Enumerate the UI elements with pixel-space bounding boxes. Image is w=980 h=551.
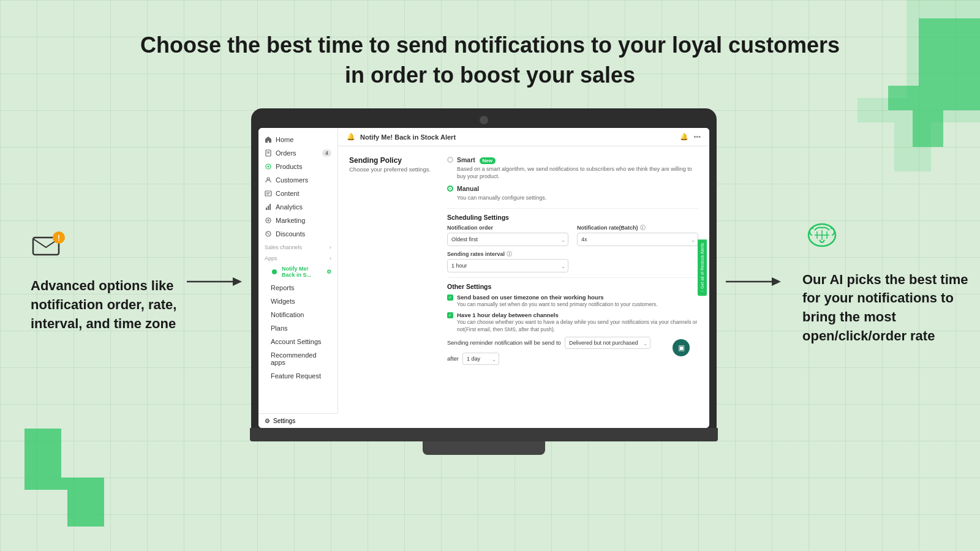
notif-order-group: Notification order Oldest first bbox=[447, 225, 568, 246]
reminder-after-row: after 1 day bbox=[447, 353, 698, 365]
laptop-stand bbox=[423, 441, 545, 455]
two-col-layout: Sending Policy Choose your preferred set… bbox=[349, 156, 698, 364]
sidebar-item-notify[interactable]: Notify Me! Back in S... ⚙ bbox=[258, 263, 337, 281]
laptop-container: Home Orders 4 Products bbox=[251, 108, 717, 455]
sidebar-item-account-settings[interactable]: Account Settings bbox=[258, 335, 337, 348]
reminder-row: Sending reminder notification will be se… bbox=[447, 337, 698, 349]
app-sidebar: Home Orders 4 Products bbox=[258, 128, 338, 428]
sending-interval-row: Sending rates interval i 1 hour bbox=[447, 251, 698, 272]
svg-point-10 bbox=[267, 178, 270, 180]
interval-select[interactable]: 1 hour bbox=[447, 259, 568, 272]
interval-info[interactable]: i bbox=[507, 251, 512, 257]
headline-text: Choose the best time to send notificatio… bbox=[123, 31, 858, 90]
topbar-more[interactable]: ••• bbox=[693, 133, 701, 141]
sidebar-item-notification[interactable]: Notification bbox=[258, 308, 337, 321]
manual-radio[interactable] bbox=[447, 186, 453, 192]
notif-order-label: Notification order bbox=[447, 225, 568, 231]
notif-order-select[interactable]: Oldest first bbox=[447, 233, 568, 246]
scheduling-form-row: Notification order Oldest first bbox=[447, 225, 698, 246]
sending-policy-title: Sending Policy bbox=[349, 156, 435, 165]
right-panel: Smart New Based on a smart algorithm, we… bbox=[447, 156, 698, 364]
app-main: 🔔 Notify Me! Back in Stock Alert 🔔 ••• bbox=[338, 128, 709, 428]
svg-line-19 bbox=[267, 233, 270, 235]
topbar-icon: 🔔 bbox=[347, 133, 355, 141]
sidebar-item-customers[interactable]: Customers bbox=[258, 173, 337, 187]
arrow-right bbox=[717, 272, 790, 291]
headline-section: Choose the best time to send notificatio… bbox=[0, 0, 980, 108]
empty-group bbox=[577, 251, 698, 272]
sidebar-item-orders[interactable]: Orders 4 bbox=[258, 146, 337, 160]
notif-rate-select[interactable]: 4x bbox=[577, 233, 698, 246]
sales-channels-section[interactable]: Sales channels › bbox=[258, 241, 337, 252]
arrow-left bbox=[178, 272, 251, 291]
sidebar-settings[interactable]: ⚙ Settings bbox=[258, 413, 338, 428]
content-area: ! Advanced options like notification ord… bbox=[0, 108, 980, 455]
topbar-title: Notify Me! Back in Stock Alert bbox=[360, 133, 456, 141]
sidebar-item-reports[interactable]: Reports bbox=[258, 281, 337, 294]
sidebar-item-recommended[interactable]: Recommended apps bbox=[258, 348, 337, 369]
smart-option-content: Smart New Based on a smart algorithm, we… bbox=[457, 156, 698, 180]
save-button[interactable] bbox=[673, 339, 690, 356]
checkbox-delay[interactable]: Have 1 hour delay between channels You c… bbox=[447, 312, 698, 333]
left-callout: ! Advanced options like notification ord… bbox=[0, 230, 178, 333]
topbar-bell[interactable]: 🔔 bbox=[680, 133, 688, 141]
svg-rect-16 bbox=[270, 204, 271, 210]
reminder-send-to-select[interactable]: Delivered but not purchased bbox=[565, 337, 650, 349]
reminder-delay-wrapper: 1 day bbox=[462, 353, 499, 365]
topbar-actions: 🔔 ••• bbox=[680, 133, 701, 141]
laptop: Home Orders 4 Products bbox=[251, 108, 717, 455]
checkbox-timezone[interactable]: Send based on user timezone on their wor… bbox=[447, 294, 698, 308]
reminder-send-to-wrapper: Delivered but not purchased bbox=[565, 337, 650, 349]
sidebar-item-feature[interactable]: Feature Request bbox=[258, 369, 337, 383]
svg-text:!: ! bbox=[58, 234, 60, 242]
checkbox-delay-box[interactable] bbox=[447, 312, 453, 318]
laptop-base bbox=[250, 428, 718, 441]
left-callout-text: Advanced options like notification order… bbox=[31, 277, 178, 333]
svg-rect-14 bbox=[266, 208, 267, 210]
right-icon-area bbox=[802, 218, 845, 261]
sidebar-item-analytics[interactable]: Analytics bbox=[258, 200, 337, 214]
sending-policy-sub: Choose your preferred settings. bbox=[349, 166, 435, 173]
right-callout-text: Our AI picks the best time for your noti… bbox=[802, 271, 980, 346]
notif-order-select-wrapper: Oldest first bbox=[447, 233, 568, 246]
sending-interval-group: Sending rates interval i 1 hour bbox=[447, 251, 568, 272]
notif-rate-group: Notification rate(Batch) i 4x bbox=[577, 225, 698, 246]
sidebar-item-widgets[interactable]: Widgets bbox=[258, 294, 337, 308]
notif-rate-info[interactable]: i bbox=[640, 225, 646, 230]
sidebar-item-content[interactable]: Content bbox=[258, 187, 337, 200]
notif-rate-label: Notification rate(Batch) i bbox=[577, 225, 698, 231]
manual-option[interactable]: Manual You can manually configure settin… bbox=[447, 185, 698, 201]
sidebar-item-discounts[interactable]: Discounts bbox=[258, 227, 337, 241]
smart-radio[interactable] bbox=[447, 157, 453, 163]
left-icon-area: ! bbox=[31, 230, 67, 267]
checkbox-timezone-box[interactable] bbox=[447, 294, 453, 301]
manual-option-content: Manual You can manually configure settin… bbox=[457, 185, 546, 201]
other-settings-title: Other Settings bbox=[447, 277, 698, 290]
float-restock-btn[interactable]: ↑ Get all of Restock Alerts bbox=[698, 239, 707, 296]
scheduling-title: Scheduling Settings bbox=[447, 208, 698, 221]
sending-interval-label: Sending rates interval i bbox=[447, 251, 568, 257]
sidebar-item-plans[interactable]: Plans bbox=[258, 321, 337, 335]
app-topbar: 🔔 Notify Me! Back in Stock Alert 🔔 ••• bbox=[338, 128, 709, 146]
svg-rect-11 bbox=[265, 191, 271, 196]
apps-section[interactable]: Apps › bbox=[258, 252, 337, 263]
smart-option[interactable]: Smart New Based on a smart algorithm, we… bbox=[447, 156, 698, 180]
right-callout: Our AI picks the best time for your noti… bbox=[790, 218, 980, 346]
orders-badge: 4 bbox=[322, 149, 331, 157]
svg-point-9 bbox=[268, 166, 270, 168]
sidebar-item-products[interactable]: Products bbox=[258, 160, 337, 173]
notif-rate-select-wrapper: 4x bbox=[577, 233, 698, 246]
laptop-screen-outer: Home Orders 4 Products bbox=[251, 108, 717, 428]
svg-point-20 bbox=[272, 269, 277, 274]
svg-rect-15 bbox=[268, 206, 269, 210]
svg-marker-4 bbox=[233, 277, 242, 286]
sidebar-item-marketing[interactable]: Marketing bbox=[258, 214, 337, 227]
laptop-screen: Home Orders 4 Products bbox=[258, 128, 709, 428]
interval-select-wrapper: 1 hour bbox=[447, 259, 568, 272]
sidebar-item-home[interactable]: Home bbox=[258, 133, 337, 146]
checkbox-timezone-text: Send based on user timezone on their wor… bbox=[457, 294, 658, 308]
svg-marker-22 bbox=[772, 277, 781, 286]
laptop-notch bbox=[480, 116, 488, 124]
reminder-delay-select[interactable]: 1 day bbox=[462, 353, 499, 365]
sending-policy-panel: Sending Policy Choose your preferred set… bbox=[349, 156, 435, 364]
